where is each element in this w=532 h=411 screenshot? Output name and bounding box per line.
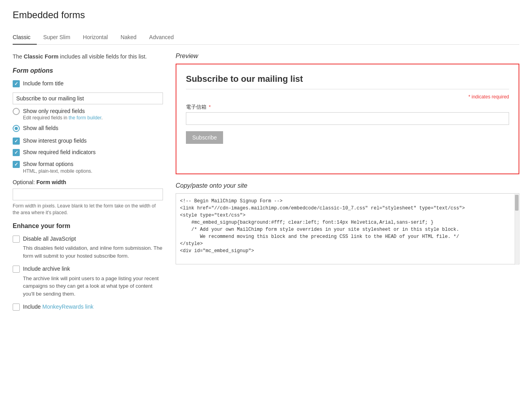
show-required-indicator-label: Show required field indicators — [23, 149, 96, 156]
field-required-asterisk: * — [209, 104, 211, 110]
include-monkey-checkbox[interactable] — [13, 304, 20, 311]
form-options-title: Form options — [13, 67, 163, 74]
include-monkey-item: Include MonkeyRewards link — [13, 303, 163, 311]
preview-email-input[interactable] — [186, 112, 509, 125]
tab-super-slim[interactable]: Super Slim — [37, 30, 76, 44]
include-monkey-prefix: Include — [23, 304, 42, 310]
scrollbar-thumb — [515, 195, 519, 211]
show-format-label: Show format options — [23, 160, 92, 168]
show-interest-label: Show interest group fields — [23, 137, 87, 145]
monkey-rewards-link[interactable]: MonkeyRewards link — [42, 304, 93, 310]
tab-advanced[interactable]: Advanced — [143, 30, 180, 44]
form-width-help: Form width in pixels. Leave blank to let… — [13, 203, 163, 216]
optional-prefix: Optional: — [13, 179, 36, 185]
include-form-title-checkbox[interactable] — [13, 80, 20, 87]
required-note-text: indicates required — [471, 94, 509, 100]
disable-js-item: Disable all JavaScript This disables fie… — [13, 235, 163, 260]
include-archive-label: Include archive link — [23, 265, 70, 273]
show-required-indicator-row: Show required field indicators — [13, 149, 163, 156]
disable-js-label: Disable all JavaScript — [23, 235, 76, 243]
disable-js-title-row: Disable all JavaScript — [13, 235, 163, 243]
form-width-input[interactable] — [13, 189, 163, 200]
required-asterisk: * — [468, 94, 470, 100]
show-all-row: Show all fields — [13, 124, 163, 132]
right-panel: Preview Subscribe to our mailing list * … — [176, 53, 519, 317]
include-archive-checkbox[interactable] — [13, 266, 20, 273]
description-suffix: includes all visible fields for this lis… — [60, 53, 147, 60]
tab-classic[interactable]: Classic — [13, 30, 37, 44]
code-area-wrapper: <!-- Begin MailChimp Signup Form --> <li… — [176, 193, 519, 266]
tab-naked[interactable]: Naked — [114, 30, 143, 44]
include-archive-item: Include archive link The archive link wi… — [13, 265, 163, 298]
show-required-row: Show only required fields Edit required … — [13, 107, 163, 121]
include-archive-title-row: Include archive link — [13, 265, 163, 273]
form-width-bold: Form width — [36, 179, 66, 185]
preview-required-note: * indicates required — [186, 94, 509, 100]
copy-paste-label: Copy/paste onto your site — [176, 182, 519, 189]
show-all-radio[interactable] — [13, 125, 20, 132]
include-form-title-row: Include form title — [13, 80, 163, 88]
show-interest-checkbox[interactable] — [13, 138, 20, 145]
form-builder-link[interactable]: the form builder — [68, 115, 101, 121]
optional-form-width-label: Optional: Form width — [13, 179, 163, 187]
show-format-row: Show format options HTML, plain-text, mo… — [13, 160, 163, 174]
classic-form-bold: Classic Form — [24, 53, 59, 60]
preview-box: Subscribe to our mailing list * indicate… — [176, 64, 519, 174]
edit-required-sublabel: Edit required fields in the form builder… — [23, 115, 102, 121]
page-title: Embedded forms — [13, 9, 519, 21]
tab-bar: Classic Super Slim Horizontal Naked Adva… — [13, 30, 519, 45]
edit-required-suffix: . — [101, 115, 102, 121]
include-monkey-label: Include MonkeyRewards link — [23, 303, 93, 311]
code-textarea[interactable]: <!-- Begin MailChimp Signup Form --> <li… — [176, 193, 519, 264]
include-form-title-label: Include form title — [23, 80, 64, 88]
subscribe-button[interactable]: Subscribe — [186, 131, 223, 144]
show-required-label: Show only required fields — [23, 107, 102, 115]
preview-field-label: 電子信箱 * — [186, 104, 509, 111]
scrollbar[interactable] — [515, 194, 519, 265]
disable-js-checkbox[interactable] — [13, 236, 20, 243]
show-all-label: Show all fields — [23, 124, 59, 132]
left-panel: The Classic Form includes all visible fi… — [13, 53, 163, 317]
include-archive-desc: The archive link will point users to a p… — [13, 275, 163, 298]
preview-label: Preview — [176, 53, 519, 60]
tab-horizontal[interactable]: Horizontal — [77, 30, 114, 44]
include-monkey-title-row: Include MonkeyRewards link — [13, 303, 163, 311]
form-title-input[interactable] — [13, 92, 163, 104]
edit-required-prefix: Edit required fields in — [23, 115, 68, 121]
show-required-radio[interactable] — [13, 108, 20, 115]
show-required-indicator-checkbox[interactable] — [13, 149, 20, 156]
show-format-checkbox[interactable] — [13, 161, 20, 168]
description: The Classic Form includes all visible fi… — [13, 53, 163, 61]
preview-form-title: Subscribe to our mailing list — [186, 74, 509, 84]
field-label-text: 電子信箱 — [186, 104, 206, 110]
disable-js-desc: This disables field validation, and inli… — [13, 244, 163, 260]
enhance-title: Enhance your form — [13, 222, 163, 230]
show-format-sublabel: HTML, plain-text, mobile options. — [23, 168, 92, 174]
show-interest-row: Show interest group fields — [13, 137, 163, 145]
preview-divider — [186, 89, 509, 89]
